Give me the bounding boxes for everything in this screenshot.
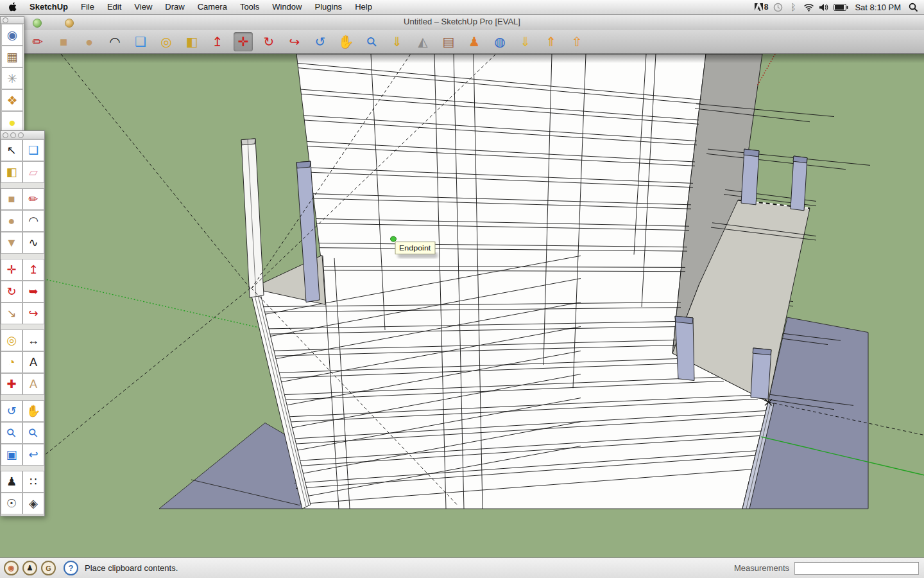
tool-share-model[interactable]: ⇑ <box>542 32 561 51</box>
text-icon: A <box>30 356 37 368</box>
tool-previous[interactable]: ↩ <box>22 444 44 466</box>
menu-item-view[interactable]: View <box>128 2 158 12</box>
tool-palette-titlebar[interactable] <box>1 131 44 139</box>
tool-orbit[interactable]: ↺ <box>1 400 22 422</box>
palette-zoom-icon[interactable] <box>18 132 24 138</box>
spotlight-icon[interactable] <box>907 0 919 14</box>
tool-circle[interactable]: ● <box>1 210 22 232</box>
tool-scale[interactable]: ↘ <box>1 302 22 324</box>
tool-line[interactable]: ✏ <box>28 32 47 51</box>
tool-axes[interactable]: ✚ <box>1 373 22 395</box>
tool-get-models[interactable]: ⇓ <box>516 32 535 51</box>
menu-item-camera[interactable]: Camera <box>191 2 234 12</box>
tool-push-pull[interactable]: ↥ <box>208 32 227 51</box>
menu-item-draw[interactable]: Draw <box>158 2 191 12</box>
palette-close-icon[interactable] <box>3 132 8 138</box>
rectangle-icon: ■ <box>8 193 15 205</box>
tool-materials-blocks[interactable]: ▦ <box>1 46 23 67</box>
tool-line[interactable]: ✏ <box>22 188 44 210</box>
tool-zoom-extents[interactable]: ▣ <box>1 444 22 466</box>
share-component-icon: ⇧ <box>572 35 583 48</box>
tool-make-component[interactable]: ❑ <box>22 139 44 161</box>
tool-polygon[interactable]: ▼ <box>1 232 22 254</box>
tool-zoom[interactable]: ⚲ <box>362 32 381 51</box>
tool-text[interactable]: A <box>22 351 44 373</box>
tool-orbit[interactable]: ↺ <box>311 32 330 51</box>
tool-lightbulb[interactable]: ● <box>1 111 23 133</box>
tool-rotate[interactable]: ↻ <box>1 281 22 302</box>
tool-dimension[interactable]: ↔ <box>22 329 44 351</box>
tool-make-component[interactable]: ❑ <box>131 32 150 51</box>
tool-get-current-view[interactable]: ⇓ <box>388 32 407 51</box>
tool-select[interactable]: ↖ <box>1 139 22 161</box>
tool-pan[interactable]: ✋ <box>336 32 355 51</box>
tool-3d-text[interactable]: A <box>22 373 44 395</box>
viewport-canvas[interactable]: Endpoint <box>0 54 924 557</box>
bluetooth-icon[interactable]: ᛒ <box>787 0 799 14</box>
tool-move[interactable]: ✛ <box>1 259 22 281</box>
tool-look-around[interactable]: ☉ <box>1 493 22 514</box>
tool-pan[interactable]: ✋ <box>22 400 44 422</box>
claim-credit-icon[interactable]: ♟ <box>22 561 37 575</box>
tool-protractor[interactable]: ◔ <box>1 351 22 373</box>
tool-freehand[interactable]: ∿ <box>22 232 44 254</box>
menu-item-sketchup[interactable]: SketchUp <box>23 2 74 12</box>
tool-eraser[interactable]: ▱ <box>22 161 44 183</box>
palette-close-icon[interactable] <box>3 17 8 23</box>
wifi-icon[interactable] <box>803 0 814 14</box>
tool-section-plane[interactable]: ◈ <box>22 493 44 514</box>
help-icon[interactable]: ? <box>64 561 78 575</box>
battery-icon[interactable] <box>834 0 848 14</box>
tool-paint-bucket[interactable]: ◧ <box>182 32 201 51</box>
tool-walk[interactable]: ∷ <box>22 471 44 493</box>
tool-offset[interactable]: ↪ <box>285 32 304 51</box>
tool-circle[interactable]: ● <box>80 32 99 51</box>
tool-move[interactable]: ✛ <box>234 32 253 51</box>
menu-item-help[interactable]: Help <box>348 2 379 12</box>
look-around-icon: ☉ <box>6 498 17 509</box>
tool-tape-measure[interactable]: ◎ <box>1 329 22 351</box>
menu-item-edit[interactable]: Edit <box>101 2 128 12</box>
menu-item-window[interactable]: Window <box>266 2 308 12</box>
status-bar: ◉♟G ? Place clipboard contents. Measurem… <box>0 557 924 578</box>
tool-share-component[interactable]: ⇧ <box>567 32 586 51</box>
palette-minimize-icon[interactable] <box>10 132 16 138</box>
tool-position-camera[interactable]: ♟ <box>465 32 484 51</box>
menu-item-plugins[interactable]: Plugins <box>308 2 348 12</box>
eraser-icon: ▱ <box>29 166 38 178</box>
tool-styles-sphere[interactable]: ◉ <box>1 24 23 46</box>
menu-clock[interactable]: Sat 8:10 PM <box>852 3 903 12</box>
dimension-icon: ↔ <box>28 335 39 346</box>
viewport[interactable]: Endpoint <box>0 54 924 557</box>
tool-follow-me[interactable]: ➥ <box>22 281 44 302</box>
tool-parts-box[interactable]: ❖ <box>1 89 23 111</box>
mini-palette-titlebar[interactable] <box>1 17 24 24</box>
position-camera-icon: ♟ <box>6 476 17 487</box>
tool-gear[interactable]: ✳ <box>1 67 23 89</box>
tool-toggle-terrain[interactable]: ◭ <box>413 32 432 51</box>
tool-rectangle[interactable]: ■ <box>1 188 22 210</box>
geolocation-status-icon[interactable]: ◉ <box>4 561 19 575</box>
tool-paint-bucket[interactable]: ◧ <box>1 161 22 183</box>
tool-rectangle[interactable]: ■ <box>54 32 73 51</box>
menu-item-tools[interactable]: Tools <box>234 2 266 12</box>
tool-offset[interactable]: ↪ <box>22 302 44 324</box>
tool-arc[interactable]: ◠ <box>22 210 44 232</box>
measurements-input[interactable] <box>794 562 919 575</box>
circle-icon: ● <box>8 215 15 227</box>
apple-menu-icon[interactable] <box>8 2 17 12</box>
time-machine-icon[interactable] <box>772 0 783 14</box>
volume-icon[interactable] <box>818 0 830 14</box>
tool-photo-textures[interactable]: ▤ <box>439 32 458 51</box>
adobe-badge-icon[interactable]: 8 <box>755 0 769 14</box>
tool-push-pull[interactable]: ↥ <box>22 259 44 281</box>
tool-google-earth[interactable]: ◍ <box>490 32 509 51</box>
tool-rotate[interactable]: ↻ <box>259 32 278 51</box>
google-account-icon[interactable]: G <box>41 561 56 575</box>
tool-zoom-window[interactable]: ⚲ <box>22 422 44 444</box>
tool-tape-measure[interactable]: ◎ <box>157 32 176 51</box>
tool-zoom[interactable]: ⚲ <box>1 422 22 444</box>
tool-arc[interactable]: ◠ <box>105 32 124 51</box>
menu-item-file[interactable]: File <box>74 2 101 12</box>
tool-position-camera[interactable]: ♟ <box>1 471 22 493</box>
